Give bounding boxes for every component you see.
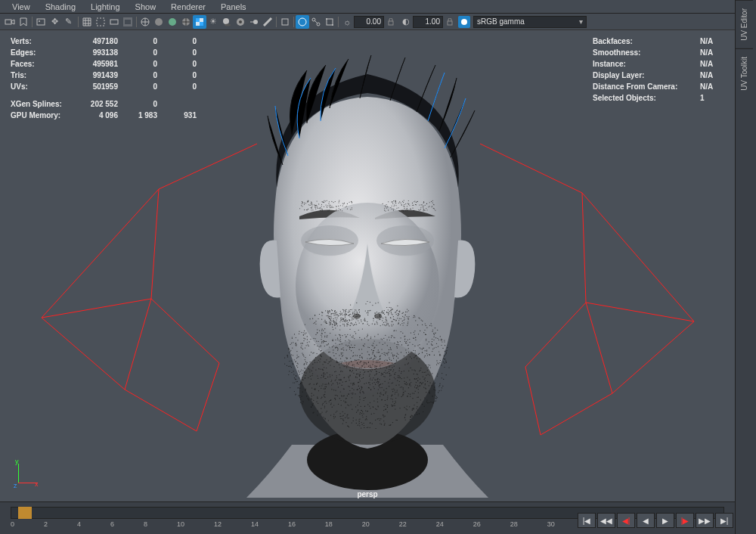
lock-icon[interactable] xyxy=(386,17,396,27)
svg-point-29 xyxy=(461,19,467,25)
svg-point-18 xyxy=(253,20,258,24)
svg-line-23 xyxy=(314,20,318,23)
step-forward-frame-button[interactable]: ▶▶ xyxy=(696,513,714,528)
svg-line-34 xyxy=(42,299,151,318)
svg-line-35 xyxy=(151,189,159,299)
xray-joints-icon[interactable] xyxy=(309,15,323,29)
step-back-key-button[interactable]: ◀| xyxy=(617,513,635,528)
svg-point-15 xyxy=(225,23,231,26)
menu-view[interactable]: View xyxy=(6,1,36,13)
svg-rect-4 xyxy=(110,20,118,24)
menu-show[interactable]: Show xyxy=(129,1,163,13)
film-gate-icon[interactable] xyxy=(94,15,107,29)
use-all-lights-icon[interactable]: ☀ xyxy=(206,15,220,29)
svg-rect-19 xyxy=(282,19,288,25)
hud-stats-left: Verts:49718000 Edges:99313800 Faces:4959… xyxy=(9,35,198,122)
gate-mask-icon[interactable] xyxy=(121,15,135,29)
svg-line-36 xyxy=(125,299,151,390)
lock-icon-2[interactable] xyxy=(445,17,455,27)
timeline[interactable]: 024681012141618202224262830 |◀ ◀◀ ◀| ◀ ▶… xyxy=(0,501,735,534)
select-camera-icon[interactable] xyxy=(3,15,17,29)
svg-line-44 xyxy=(582,193,586,303)
svg-rect-28 xyxy=(448,21,452,25)
2d-pan-icon[interactable]: ✥ xyxy=(48,15,61,29)
svg-line-30 xyxy=(42,189,159,318)
xray-components-icon[interactable] xyxy=(323,15,336,29)
exposure-icon[interactable]: ☼ xyxy=(340,15,354,29)
svg-point-20 xyxy=(299,18,306,26)
svg-rect-6 xyxy=(125,20,131,24)
motion-blur-icon[interactable] xyxy=(247,15,261,29)
resolution-gate-icon[interactable] xyxy=(107,15,121,29)
gamma-value[interactable]: 1.00 xyxy=(413,16,443,28)
svg-point-17 xyxy=(239,20,242,23)
menu-renderer[interactable]: Renderer xyxy=(165,1,212,13)
svg-point-2 xyxy=(39,20,40,22)
svg-point-14 xyxy=(223,18,229,24)
image-plane-icon[interactable] xyxy=(34,15,48,29)
svg-line-45 xyxy=(586,303,612,393)
camera-label: persp xyxy=(357,490,377,498)
step-back-frame-button[interactable]: ◀◀ xyxy=(597,513,615,528)
panel-toolbar: ✥ ✎ ☀ ☼ 0.00 ◐ 1.00 sRGB gamma xyxy=(0,14,735,30)
anti-alias-icon[interactable] xyxy=(261,15,274,29)
menu-lighting[interactable]: Lighting xyxy=(85,1,126,13)
tab-uv-toolkit[interactable]: UV Toolkit xyxy=(736,48,753,98)
svg-line-43 xyxy=(586,303,694,321)
color-profile-dropdown[interactable]: sRGB gamma xyxy=(473,16,587,28)
svg-point-25 xyxy=(326,18,327,20)
textured-icon[interactable] xyxy=(193,15,206,29)
tab-uv-editor[interactable]: UV Editor xyxy=(736,0,753,48)
model-head xyxy=(178,51,556,499)
wireframe-icon[interactable] xyxy=(138,15,152,29)
svg-rect-3 xyxy=(97,18,104,26)
ao-icon[interactable] xyxy=(234,15,247,29)
svg-line-32 xyxy=(42,318,125,390)
playback-controls: |◀ ◀◀ ◀| ◀ ▶ |▶ ▶▶ ▶| xyxy=(578,513,733,528)
svg-rect-1 xyxy=(37,19,45,25)
panel-menu-bar: View Shading Lighting Show Renderer Pane… xyxy=(0,0,735,14)
svg-rect-12 xyxy=(196,18,200,22)
play-forward-button[interactable]: ▶ xyxy=(656,513,674,528)
go-to-start-button[interactable]: |◀ xyxy=(578,513,596,528)
hud-stats-right: Backfaces:N/A Smoothness:N/A Instance:N/… xyxy=(591,35,724,104)
menu-shading[interactable]: Shading xyxy=(39,1,82,13)
grid-icon[interactable] xyxy=(80,15,94,29)
color-management-toggle[interactable] xyxy=(458,16,470,28)
exposure-value[interactable]: 0.00 xyxy=(354,16,384,28)
svg-point-8 xyxy=(155,18,163,26)
svg-rect-0 xyxy=(5,20,11,24)
viewport-panel: View Shading Lighting Show Renderer Pane… xyxy=(0,0,735,534)
svg-point-26 xyxy=(332,24,333,26)
svg-point-58 xyxy=(374,313,382,318)
xray-icon[interactable] xyxy=(296,15,309,29)
bookmark-icon[interactable] xyxy=(17,15,30,29)
svg-point-57 xyxy=(353,313,361,318)
wire-on-shaded-icon[interactable] xyxy=(179,15,193,29)
menu-panels[interactable]: Panels xyxy=(215,1,253,13)
play-backward-button[interactable]: ◀ xyxy=(637,513,655,528)
grease-pencil-icon[interactable]: ✎ xyxy=(61,15,75,29)
viewport-3d[interactable]: Verts:49718000 Edges:99313800 Faces:4959… xyxy=(0,30,735,501)
go-to-end-button[interactable]: ▶| xyxy=(715,513,733,528)
gamma-icon[interactable]: ◐ xyxy=(399,15,413,29)
smooth-shade-icon[interactable] xyxy=(152,15,166,29)
svg-point-9 xyxy=(169,18,176,26)
step-forward-key-button[interactable]: |▶ xyxy=(676,513,694,528)
isolate-icon[interactable] xyxy=(278,15,292,29)
svg-rect-24 xyxy=(327,19,333,25)
svg-rect-13 xyxy=(200,22,203,26)
view-axis-gizmo: y x z xyxy=(11,461,38,488)
svg-line-41 xyxy=(612,321,694,393)
shadows-icon[interactable] xyxy=(220,15,234,29)
right-dock-tabs: UV Editor UV Toolkit xyxy=(735,0,756,534)
svg-rect-27 xyxy=(389,21,393,25)
svg-line-40 xyxy=(582,193,694,321)
time-ticks: 024681012141618202224262830 xyxy=(11,507,555,519)
use-default-material-icon[interactable] xyxy=(166,15,179,29)
